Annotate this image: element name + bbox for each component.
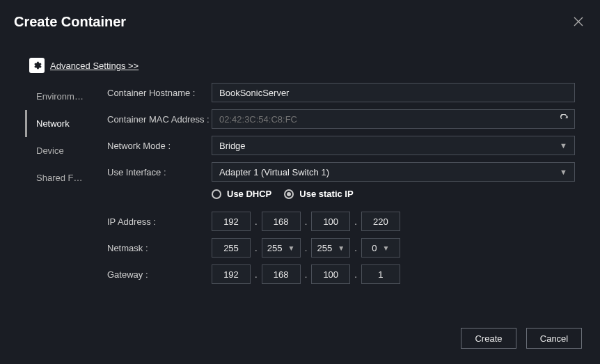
netmask-octet-1[interactable] xyxy=(212,238,251,258)
sidebar-item-network[interactable]: Network xyxy=(25,110,103,137)
interface-label: Use Interface : xyxy=(107,167,212,177)
sidebar-item-device[interactable]: Device xyxy=(25,137,103,164)
radio-use-static-ip[interactable]: Use static IP xyxy=(284,189,353,199)
close-button[interactable] xyxy=(571,14,586,31)
ip-octet-1[interactable] xyxy=(212,212,251,231)
chevron-down-icon: ▼ xyxy=(560,168,567,176)
chevron-down-icon: ▼ xyxy=(560,141,567,150)
refresh-icon xyxy=(560,114,569,124)
sidebar-item-label: Environm… xyxy=(36,91,84,102)
ip-octet-4[interactable] xyxy=(361,212,400,231)
radio-label: Use DHCP xyxy=(227,189,271,199)
cancel-button[interactable]: Cancel xyxy=(526,328,582,349)
netmask-label: Netmask : xyxy=(107,243,212,253)
ip-octet-2[interactable] xyxy=(262,212,301,231)
gateway-octet-1[interactable] xyxy=(212,264,251,284)
gateway-octet-4[interactable] xyxy=(361,264,400,284)
chevron-down-icon: ▼ xyxy=(383,244,390,252)
settings-icon-badge xyxy=(29,58,45,73)
close-icon xyxy=(574,17,583,26)
network-mode-select[interactable]: Bridge ▼ xyxy=(212,136,575,155)
advanced-settings-link[interactable]: Advanced Settings >> xyxy=(50,61,139,71)
mac-label: Container MAC Address : xyxy=(107,114,212,125)
ip-octet-3[interactable] xyxy=(311,212,350,231)
chevron-down-icon: ▼ xyxy=(338,244,345,252)
gear-icon xyxy=(32,61,42,70)
chevron-down-icon: ▼ xyxy=(288,244,295,252)
network-mode-value: Bridge xyxy=(219,141,246,151)
hostname-label: Container Hostname : xyxy=(107,88,212,98)
hostname-input[interactable] xyxy=(212,83,575,102)
netmask-octet-3-select[interactable]: 255▼ xyxy=(311,238,350,258)
radio-use-dhcp[interactable]: Use DHCP xyxy=(212,189,271,199)
gateway-octet-3[interactable] xyxy=(311,264,350,284)
gateway-label: Gateway : xyxy=(107,269,212,280)
gateway-octet-2[interactable] xyxy=(262,264,301,284)
create-button[interactable]: Create xyxy=(461,328,516,349)
modal-title: Create Container xyxy=(14,14,126,30)
radio-icon xyxy=(212,189,221,199)
sidebar-item-shared-folders[interactable]: Shared F… xyxy=(25,164,103,191)
network-mode-label: Network Mode : xyxy=(107,141,212,151)
ip-label: IP Address : xyxy=(107,216,212,227)
mac-refresh-button[interactable] xyxy=(560,114,569,124)
sidebar-item-label: Shared F… xyxy=(36,173,82,183)
sidebar-item-label: Device xyxy=(36,145,64,156)
settings-sidebar: Environm… Network Device Shared F… xyxy=(25,83,103,291)
netmask-octet-2-select[interactable]: 255▼ xyxy=(262,238,301,258)
sidebar-item-label: Network xyxy=(36,118,70,129)
mac-input[interactable] xyxy=(212,109,575,129)
sidebar-item-environment[interactable]: Environm… xyxy=(25,83,103,110)
radio-icon xyxy=(284,189,294,199)
netmask-octet-4-select[interactable]: 0▼ xyxy=(361,238,400,258)
interface-select[interactable]: Adapter 1 (Virtual Switch 1) ▼ xyxy=(212,162,575,182)
radio-label: Use static IP xyxy=(299,189,353,199)
interface-value: Adapter 1 (Virtual Switch 1) xyxy=(219,167,329,177)
